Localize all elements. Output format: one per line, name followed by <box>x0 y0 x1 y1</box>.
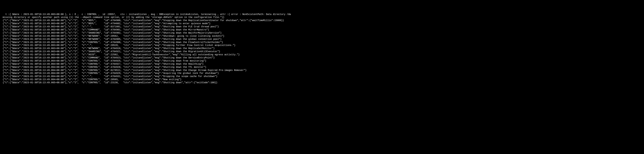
log-line: {"t":{"$date":"2023-01-30T16:13:49.063+0… <box>0 28 644 31</box>
log-line: {"t":{"$date":"2023-01-30T16:13:49.065+0… <box>0 81 644 84</box>
log-line: t :{ $date : 2023-01-30T16:13:49.063+08:… <box>0 13 644 16</box>
terminal-output: t :{ $date : 2023-01-30T16:13:49.063+08:… <box>0 13 644 84</box>
log-line: {"t":{"$date":"2023-01-30T16:13:49.064+0… <box>0 63 644 66</box>
log-line: {"t":{"$date":"2023-01-30T16:13:49.064+0… <box>0 59 644 63</box>
log-line: {"t":{"$date":"2023-01-30T16:13:49.063+0… <box>0 47 644 50</box>
log-line: {"t":{"$date":"2023-01-30T16:13:49.063+0… <box>0 25 644 28</box>
log-line: {"t":{"$date":"2023-01-30T16:13:49.064+0… <box>0 69 644 72</box>
log-line: {"t":{"$date":"2023-01-30T16:13:49.064+0… <box>0 72 644 75</box>
log-line: {"t":{"$date":"2023-01-30T16:13:49.063+0… <box>0 50 644 53</box>
log-line: {"t":{"$date":"2023-01-30T16:13:49.063+0… <box>0 41 644 44</box>
log-line: {"t":{"$date":"2023-01-30T16:13:49.063+0… <box>0 19 644 22</box>
log-line: {"t":{"$date":"2023-01-30T16:13:49.064+0… <box>0 75 644 78</box>
log-line: {"t":{"$date":"2023-01-30T16:13:49.064+0… <box>0 56 644 59</box>
log-line: {"t":{"$date":"2023-01-30T16:13:49.063+0… <box>0 35 644 38</box>
log-line: {"t":{"$date":"2023-01-30T16:13:49.063+0… <box>0 31 644 35</box>
log-line: {"t":{"$date":"2023-01-30T16:13:49.063+0… <box>0 53 644 56</box>
log-line: {"t":{"$date":"2023-01-30T16:13:49.063+0… <box>0 22 644 25</box>
log-line: missing directory or specify another pat… <box>0 16 644 19</box>
log-line: {"t":{"$date":"2023-01-30T16:13:49.063+0… <box>0 44 644 47</box>
log-line: {"t":{"$date":"2023-01-30T16:13:49.064+0… <box>0 66 644 69</box>
log-line: {"t":{"$date":"2023-01-30T16:13:49.064+0… <box>0 78 644 81</box>
log-line: {"t":{"$date":"2023-01-30T16:13:49.063+0… <box>0 38 644 41</box>
